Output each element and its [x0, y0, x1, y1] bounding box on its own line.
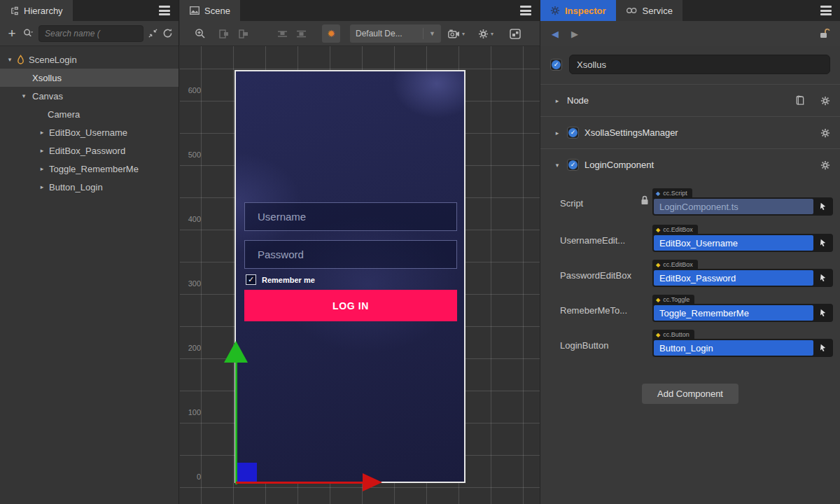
component-gear-icon[interactable] [820, 128, 830, 138]
device-resolution-dropdown[interactable]: Default De... ▼ [350, 24, 441, 43]
component-enabled-checkbox[interactable]: ✓ [567, 159, 579, 171]
asset-picker-cursor-icon[interactable] [813, 199, 832, 214]
prop-script-label: Script [560, 198, 583, 209]
password-ref-value[interactable]: EditBox_Password [654, 270, 813, 286]
hierarchy-tree-icon [10, 6, 19, 15]
device-resolution-value: Default De... [356, 29, 402, 38]
y-axis-line[interactable] [235, 363, 237, 484]
ref-type-diamond-icon: ◆ [656, 261, 660, 269]
section-node-label: Node [567, 95, 589, 106]
caret-right-icon[interactable]: ▸ [38, 129, 46, 136]
align-left-icon[interactable] [217, 24, 231, 43]
password-editbox[interactable]: Password [244, 240, 457, 269]
tab-inspector-label: Inspector [565, 6, 606, 16]
node-name-row: ✓ Xsollus [540, 46, 840, 84]
component-enabled-checkbox[interactable]: ✓ [567, 127, 579, 139]
x-axis-line[interactable] [236, 482, 363, 484]
inspector-panel: Inspector Service ◀ ▶ ✓ Xsollus ▸ Node [540, 0, 840, 504]
scene-tabbar: Scene [180, 0, 540, 21]
asset-type-diamond-icon: ◆ [656, 190, 660, 197]
username-ref-value[interactable]: EditBox_Username [654, 235, 813, 251]
scene-viewport[interactable]: 600 500 400 300 200 100 0 Username Passw… [180, 46, 540, 504]
x-axis-arrowhead[interactable] [363, 473, 382, 491]
username-placeholder: Username [258, 211, 306, 223]
tree-node-editbox-username[interactable]: ▸ EditBox_Username [0, 123, 178, 141]
node-picker-cursor-icon[interactable] [813, 235, 832, 251]
inspector-navrow: ◀ ▶ [540, 21, 840, 46]
node-picker-cursor-icon[interactable] [813, 305, 832, 321]
node-picker-cursor-icon[interactable] [813, 340, 832, 356]
tree-node-xsollus[interactable]: Xsollus [0, 69, 178, 87]
hierarchy-menu-icon[interactable] [159, 6, 170, 15]
tree-node-scenelogin[interactable]: ▾ SceneLogin [0, 50, 178, 69]
script-asset-value[interactable]: LoginComponent.ts [654, 199, 813, 214]
tree-node-toggle-rememberme[interactable]: ▸ Toggle_RememberMe [0, 160, 178, 178]
username-ref-control: ◆ cc.EditBox EditBox_Username [652, 234, 833, 252]
y-axis-arrowhead[interactable] [224, 341, 248, 363]
caret-right-icon[interactable]: ▸ [553, 97, 561, 104]
add-component-button[interactable]: Add Component [642, 384, 738, 404]
scene-settings-gear-icon[interactable]: ▾ [476, 24, 496, 43]
prop-password-editbox: PasswordEditBox ◆ cc.EditBox EditBox_Pas… [540, 258, 840, 293]
scene-menu-icon[interactable] [520, 6, 531, 15]
tab-service[interactable]: Service [616, 0, 682, 21]
login-button[interactable]: LOG IN [244, 290, 457, 321]
create-node-button[interactable]: + [6, 27, 18, 40]
remember-me-checkbox[interactable]: ✓ [246, 274, 256, 285]
zoom-icon[interactable] [192, 24, 208, 43]
inspector-gear-icon [550, 6, 560, 15]
tree-node-camera[interactable]: Camera [0, 105, 178, 123]
caret-right-icon[interactable]: ▸ [38, 183, 46, 190]
history-back-button[interactable]: ◀ [552, 29, 559, 39]
unlock-icon[interactable] [819, 27, 830, 39]
section-xsolla-label: XsollaSettingsManager [584, 127, 678, 138]
caret-down-icon[interactable]: ▾ [20, 92, 28, 99]
tree-node-editbox-password[interactable]: ▸ EditBox_Password [0, 141, 178, 160]
section-node[interactable]: ▸ Node [540, 84, 840, 116]
chevron-down-icon: ▾ [462, 31, 465, 37]
gizmo-toggle-button[interactable]: ✹ [322, 24, 340, 43]
section-xsolla-settings-manager[interactable]: ▸ ✓ XsollaSettingsManager [540, 116, 840, 148]
search-input[interactable] [38, 25, 144, 42]
ruler-label: 500 [183, 150, 201, 159]
prop-password-label: PasswordEditBox [560, 270, 631, 281]
section-login-component[interactable]: ▾ ✓ LoginComponent [540, 148, 840, 181]
layout-preview-icon[interactable] [507, 24, 523, 43]
rememberme-ref-value[interactable]: Toggle_RememberMe [654, 305, 813, 321]
caret-down-icon[interactable]: ▾ [6, 56, 14, 63]
node-active-checkbox[interactable]: ✓ [550, 59, 562, 71]
game-canvas[interactable]: Username Password ✓ Remember me LOG IN [234, 70, 465, 483]
camera-dropdown-icon[interactable]: ▾ [447, 24, 466, 43]
tree-node-button-login[interactable]: ▸ Button_Login [0, 178, 178, 196]
history-forward-button[interactable]: ▶ [571, 29, 578, 39]
tree-node-canvas[interactable]: ▾ Canvas [0, 87, 178, 105]
tab-scene[interactable]: Scene [180, 0, 240, 21]
script-asset-control: ◆ cc.Script LoginComponent.ts [652, 197, 833, 216]
username-editbox[interactable]: Username [244, 202, 457, 231]
distribute-top-icon[interactable] [275, 24, 289, 43]
inspector-menu-icon[interactable] [820, 6, 832, 15]
tab-inspector[interactable]: Inspector [540, 0, 616, 21]
caret-right-icon[interactable]: ▸ [553, 130, 561, 136]
node-docs-book-icon[interactable] [794, 95, 805, 106]
node-name-field[interactable]: Xsollus [569, 55, 830, 74]
node-settings-gear-icon[interactable] [820, 96, 830, 106]
loginbutton-ref-value[interactable]: Button_Login [654, 340, 813, 356]
tab-hierarchy[interactable]: Hierarchy [0, 0, 73, 21]
password-placeholder: Password [258, 248, 304, 260]
lock-icon [640, 195, 649, 205]
refresh-icon[interactable] [162, 28, 173, 38]
collapse-all-icon[interactable] [148, 28, 158, 38]
caret-right-icon[interactable]: ▸ [38, 165, 46, 172]
cocos-creator-editor: Hierarchy + ▾ [0, 0, 840, 504]
align-center-icon[interactable] [237, 24, 251, 43]
distribute-middle-icon[interactable] [294, 24, 308, 43]
component-gear-icon[interactable] [820, 160, 830, 170]
add-component-wrap: Add Component [540, 384, 840, 404]
caret-right-icon[interactable]: ▸ [38, 147, 46, 154]
node-picker-cursor-icon[interactable] [813, 270, 832, 286]
search-filter-icon[interactable] [22, 28, 34, 38]
tree-node-label: Toggle_RememberMe [49, 164, 139, 174]
prop-script: Script ◆ cc.Script LoginComponent.ts [540, 183, 840, 223]
caret-down-icon[interactable]: ▾ [553, 162, 561, 169]
